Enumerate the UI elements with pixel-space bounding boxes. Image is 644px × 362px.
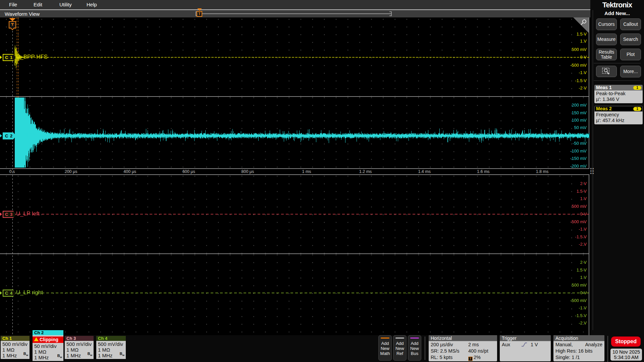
zoom-region-button[interactable] (596, 66, 617, 77)
button-label-line: Math (379, 351, 391, 356)
channel-badge-body[interactable]: 500 mV/div1 MΩ1 MHzBw (1, 341, 30, 359)
button-label-line: New (393, 346, 406, 351)
horizontal-window: 2 ms (468, 342, 479, 348)
record-view-bar[interactable] (198, 13, 391, 14)
add-new-bus-button[interactable]: AddNewBus (408, 335, 421, 361)
channel-badge-header[interactable]: Ch 1 (1, 336, 30, 341)
trigger-position-flag-icon[interactable]: T (197, 11, 202, 17)
trigger-position-line[interactable] (12, 17, 13, 335)
button-label-line: Add (393, 341, 406, 346)
slice-separator[interactable] (0, 96, 589, 97)
axis-label-c1: -1 V (563, 70, 587, 75)
channel-settings-badge-4[interactable]: Ch 4500 mV/div1 MΩ1 MHzBw (96, 336, 126, 359)
waveform-view-titlebar: Waveform View T (0, 9, 590, 17)
menu-utility[interactable]: Utility (59, 0, 72, 9)
plot-button[interactable]: Plot (620, 49, 641, 60)
run-stop-status-button[interactable]: Stopped (611, 337, 641, 347)
trigger-body: Aux1 V (500, 341, 551, 348)
bandwidth-badge: Bw (120, 351, 124, 358)
axis-label-c2: 150 mV (563, 110, 587, 115)
channel-setting-text: 50 mV/div (34, 343, 62, 349)
axis-label-c4: -500 mV (563, 298, 587, 303)
results-table-button[interactable]: Results Table (596, 49, 617, 60)
channel-settings-badge-2[interactable]: Ch 2Clipping50 mV/div1 MΩ1 MHzBw (33, 330, 63, 361)
menu-file[interactable]: File (9, 0, 17, 9)
trigger-title: Trigger (500, 335, 551, 341)
axis-label-c2: 100 mV (563, 118, 587, 123)
axis-label-c4: -1 V (563, 305, 587, 310)
acquisition-analyze: Analyze (585, 342, 602, 348)
warning-icon (34, 337, 39, 341)
callout-button[interactable]: Callout (620, 18, 641, 30)
expansion-point-line[interactable] (18, 17, 18, 168)
trigger-flag-icon[interactable]: T (9, 18, 16, 29)
channel-setting-text: 500 mV/div (98, 341, 124, 347)
measurement-header[interactable]: Meas 11 (594, 85, 643, 90)
button-label-line: New (379, 346, 391, 351)
search-button[interactable]: Search (620, 34, 641, 45)
button-label-line: Ref (393, 351, 406, 356)
axis-label-c3: -2 V (563, 242, 587, 247)
acquisition-panel[interactable]: AcquisitionManual,AnalyzeHigh Res: 16 bi… (553, 335, 604, 361)
channel-badge-header[interactable]: Ch 4 (96, 336, 126, 341)
axis-label-c3: 2 V (563, 181, 587, 186)
menu-edit[interactable]: Edit (34, 0, 42, 9)
channel-marker-icon (0, 134, 2, 137)
measurement-badge-1[interactable]: Meas 11Peak-to-Peakµ': 1.346 V (594, 85, 643, 103)
trace-label-c4[interactable]: U_LP right (16, 289, 43, 296)
channel-setting-text: 500 mV/div (66, 341, 92, 347)
axis-label-c2: -200 mV (563, 164, 587, 169)
channel-badge-body[interactable]: 500 mV/div1 MΩ1 MHzBw (96, 341, 126, 359)
channel-badge-body[interactable]: 500 mV/div1 MΩ1 MHzBw (65, 341, 94, 359)
time-tick-label: 1.4 ms (418, 169, 431, 174)
axis-label-c2: 200 mV (563, 103, 587, 108)
measure-button[interactable]: Measure (596, 34, 617, 45)
add-new-math-button[interactable]: AddNewMath (378, 335, 392, 361)
time-tick-label: 200 µs (65, 169, 77, 174)
more-button[interactable]: More... (620, 66, 641, 77)
tektronix-logo: Tektronix (590, 1, 644, 9)
slice-resize-grip[interactable]: ●●●●●● (590, 168, 593, 176)
graticule-slice-3[interactable] (0, 174, 589, 253)
axis-label-c3: 0 V (563, 212, 587, 217)
slice-separator[interactable] (0, 253, 589, 254)
trigger-panel[interactable]: TriggerAux1 V (500, 335, 551, 361)
trace-label-c3[interactable]: U_LP left (16, 210, 40, 217)
time-tick-label: 1.8 ms (536, 169, 549, 174)
channel-settings-badge-1[interactable]: Ch 1500 mV/div1 MΩ1 MHzBw (1, 336, 30, 359)
time-axis: 0 s200 µs400 µs600 µs800 µs1 ms1.2 ms1.4… (0, 169, 589, 174)
axis-label-c4: -2 V (563, 320, 587, 325)
horizontal-panel[interactable]: Horizontal200 µs/div2 msSR: 2.5 MS/s400 … (429, 335, 497, 361)
menu-help[interactable]: Help (87, 0, 97, 9)
measurement-header[interactable]: Meas 21 (594, 106, 643, 112)
acquisition-row: Single: 1 /1 (555, 354, 602, 361)
trace-label-c2[interactable]: U_BPP LFS (16, 132, 47, 139)
trigger-position-triangle-icon[interactable] (197, 8, 202, 11)
graticule-slice-2[interactable] (0, 97, 589, 168)
graticule-slice-1[interactable] (0, 17, 589, 96)
rising-edge-icon (521, 342, 527, 349)
expansion-point-line[interactable] (17, 17, 17, 168)
horizontal-title: Horizontal (429, 335, 497, 341)
axis-label-c3: 1.5 V (563, 189, 587, 194)
settings-bar: Ch 1500 mV/div1 MΩ1 MHzBwCh 2Clipping50 … (0, 335, 590, 362)
channel-settings-badge-3[interactable]: Ch 3500 mV/div1 MΩ1 MHzBw (65, 336, 94, 359)
channel-badge-header[interactable]: Ch 2 (33, 330, 63, 335)
waveform-view[interactable]: 0 s200 µs400 µs600 µs800 µs1 ms1.2 ms1.4… (0, 17, 589, 335)
horizontal-row: RL: 5 kptsT2% (431, 354, 495, 361)
add-new-ref-button[interactable]: AddNewRef (393, 335, 407, 361)
axis-label-c3: 1 V (563, 196, 587, 201)
time-tick-label: 1 ms (302, 169, 311, 174)
accent-line (381, 338, 389, 339)
axis-label-c3: -1 V (563, 227, 587, 232)
graticule-slice-4[interactable] (0, 254, 589, 335)
channel-badge-body[interactable]: 50 mV/div1 MΩ1 MHzBw (33, 343, 63, 361)
channel-badge-header[interactable]: Ch 3 (65, 336, 94, 341)
slice-separator[interactable] (0, 174, 589, 175)
measurement-badge-2[interactable]: Meas 21Frequencyµ': 457.4 kHz (594, 106, 643, 124)
oscilloscope-app: FileEditUtilityHelp Waveform View T 0 s2… (0, 0, 644, 362)
axis-label-c1: -2 V (563, 85, 587, 90)
trace-label-c1[interactable]: U_BPP HFS (16, 54, 48, 60)
bottom-divider (425, 337, 425, 360)
cursors-button[interactable]: Cursors (596, 18, 617, 30)
